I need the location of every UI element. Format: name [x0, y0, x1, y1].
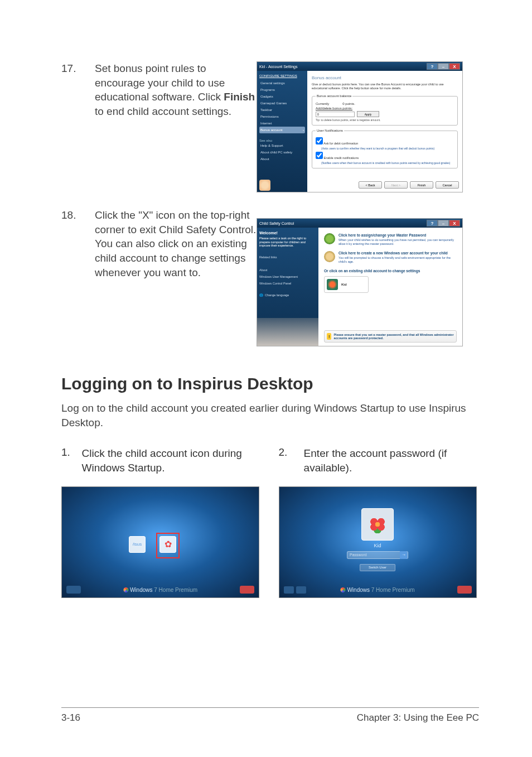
flower-icon — [369, 515, 386, 533]
window-titlebar: Kid - Account Settings ? – X — [257, 62, 462, 71]
sidebar-item-gamepad[interactable]: Gamepad Games — [259, 100, 305, 107]
master-password-card[interactable]: Click here to assign/change your Master … — [324, 233, 457, 245]
minimize-button[interactable]: – — [438, 63, 449, 70]
step-text: Enter the account password (if available… — [304, 446, 479, 475]
sidebar-item-general[interactable]: General settings — [259, 80, 305, 86]
welcome-intro: Please select a task on the right to pre… — [259, 237, 316, 248]
step-17: 17. Set bonus point rules to encourage y… — [61, 61, 479, 192]
debit-confirm-label: Ask for debit confirmation — [323, 142, 358, 145]
balance-fieldset: Bonus account balance Currently 0 points… — [312, 94, 458, 126]
card-desc: When your child wishes to do something y… — [338, 238, 457, 245]
sidebar-item-gadgets[interactable]: Gadgets — [259, 93, 305, 100]
brand-text: Windows 7 Home Premium — [130, 587, 197, 593]
section-description: Log on to the child account you created … — [61, 401, 479, 430]
window-title: Kid - Account Settings — [259, 65, 297, 69]
card-title: Click here to create a new Windows user … — [338, 251, 457, 255]
sidebar-item-help[interactable]: Help & Support — [259, 142, 305, 149]
step-text: Click the "X" icon on the top-right corn… — [95, 208, 257, 279]
login-submit-button[interactable]: → — [400, 551, 408, 559]
help-button[interactable]: ? — [427, 220, 438, 226]
sidebar-item-about-safety[interactable]: About child PC safety — [259, 149, 305, 156]
panel-description: Give or deduct bonus points here. You ca… — [312, 83, 458, 90]
section-title: Logging on to Inspirus Desktop — [61, 374, 479, 393]
power-button[interactable] — [457, 586, 472, 594]
notifications-legend: User Notifications — [316, 129, 344, 132]
main-panel: Bonus account Give or deduct bonus point… — [307, 71, 462, 192]
language-button[interactable] — [296, 586, 306, 594]
decorative-photo — [257, 318, 318, 346]
user-avatar-icon — [259, 180, 270, 191]
user-tile-admin[interactable]: /isus — [129, 536, 146, 553]
create-account-card[interactable]: Click here to create a new Windows user … — [324, 251, 457, 263]
finish-button[interactable]: Finish — [410, 181, 433, 189]
back-button[interactable]: < Back — [359, 181, 382, 189]
close-button[interactable]: X — [449, 63, 460, 70]
debit-confirm-note: (Asks users to confirm whether they want… — [321, 147, 454, 150]
step-number: 18. — [61, 208, 95, 221]
step-text-before: Set bonus point rules to encourage your … — [95, 62, 225, 103]
sidebar-item-taskbar[interactable]: Taskbar — [259, 107, 305, 113]
notifications-fieldset: User Notifications Ask for debit confirm… — [312, 129, 458, 168]
chapter-label: Chapter 3: Using the Eee PC — [357, 712, 479, 724]
page-footer: 3-16 Chapter 3: Using the Eee PC — [61, 707, 479, 724]
user-tile-kid-large — [361, 508, 394, 541]
windows-orb-icon — [123, 587, 128, 592]
credit-notif-checkbox[interactable] — [316, 152, 323, 159]
sidebar-item-about[interactable]: About — [259, 156, 305, 162]
window-body: CONFIGURE SETTINGS General settings Prog… — [257, 71, 462, 192]
balance-legend: Bonus account balance — [316, 94, 352, 98]
kid-name-label: Kid — [341, 283, 347, 286]
add-points-label: Add/delete bonus points: — [316, 107, 454, 110]
cancel-button[interactable]: Cancel — [436, 181, 459, 189]
link-user-mgmt[interactable]: Windows User Management — [259, 273, 316, 280]
step-text: Click the child account icon during Wind… — [82, 446, 262, 475]
child-safety-window: Child Safety Control ? – X Welcome! Plea… — [257, 218, 463, 346]
step-18-screenshot: Child Safety Control ? – X Welcome! Plea… — [257, 208, 479, 346]
sidebar-item-internet[interactable]: Internet — [259, 120, 305, 127]
related-links-label: Related links — [259, 255, 316, 259]
minimize-button[interactable]: – — [438, 220, 449, 226]
warning-icon: ! — [327, 333, 331, 340]
sidebar-item-permissions[interactable]: Permissions — [259, 113, 305, 120]
sidebar-item-bonus[interactable]: Bonus account — [259, 127, 305, 133]
change-language[interactable]: 🌐 Change language — [259, 293, 316, 297]
globe-icon: 🌐 — [259, 293, 263, 297]
change-language-label: Change language — [265, 293, 289, 297]
windows-branding: Windows 7 Home Premium — [340, 587, 414, 593]
points-input[interactable] — [316, 112, 355, 117]
username-label: Kid — [374, 543, 381, 548]
card-desc: You will be prompted to choose a friendl… — [338, 256, 457, 263]
link-control-panel[interactable]: Windows Control Panel — [259, 280, 316, 287]
step-18: 18. Click the "X" icon on the top-right … — [61, 208, 479, 346]
step-number: 17. — [61, 61, 95, 75]
key-icon — [324, 233, 335, 244]
switch-user-button[interactable]: Switch User — [360, 564, 395, 571]
ease-of-access-button[interactable] — [66, 586, 81, 594]
window-title: Child Safety Control — [259, 221, 294, 225]
sidebar-item-programs[interactable]: Programs — [259, 86, 305, 93]
debit-confirm-checkbox[interactable] — [316, 137, 323, 144]
card-title: Click here to assign/change your Master … — [338, 233, 457, 237]
sidebar: CONFIGURE SETTINGS General settings Prog… — [257, 71, 307, 192]
help-button[interactable]: ? — [427, 63, 438, 70]
link-about[interactable]: About — [259, 267, 316, 273]
window-titlebar: Child Safety Control ? – X — [257, 219, 462, 228]
window-body: Welcome! Please select a task on the rig… — [257, 228, 462, 346]
step-text: Set bonus point rules to encourage your … — [95, 61, 257, 119]
power-button[interactable] — [240, 586, 254, 594]
window-controls: ? – X — [427, 63, 460, 70]
kid-avatar-icon — [327, 279, 338, 290]
step-number: 1. — [61, 446, 82, 475]
account-settings-window: Kid - Account Settings ? – X CONFIGURE S… — [257, 61, 463, 192]
wizard-buttons: < Back Next > Finish Cancel — [359, 181, 459, 189]
sidebar-header: CONFIGURE SETTINGS — [259, 74, 305, 78]
user-icon: /isus — [133, 542, 142, 547]
password-field[interactable]: Password → — [347, 551, 408, 559]
windows-branding: Windows 7 Home Premium — [123, 587, 197, 593]
ease-of-access-button[interactable] — [284, 586, 294, 594]
kid-account-tile[interactable]: Kid — [324, 276, 369, 293]
brand-text: Windows 7 Home Premium — [347, 587, 414, 593]
welcome-label: Welcome! — [259, 231, 316, 235]
close-button[interactable]: X — [449, 220, 460, 226]
apply-button[interactable]: Apply — [357, 111, 379, 117]
